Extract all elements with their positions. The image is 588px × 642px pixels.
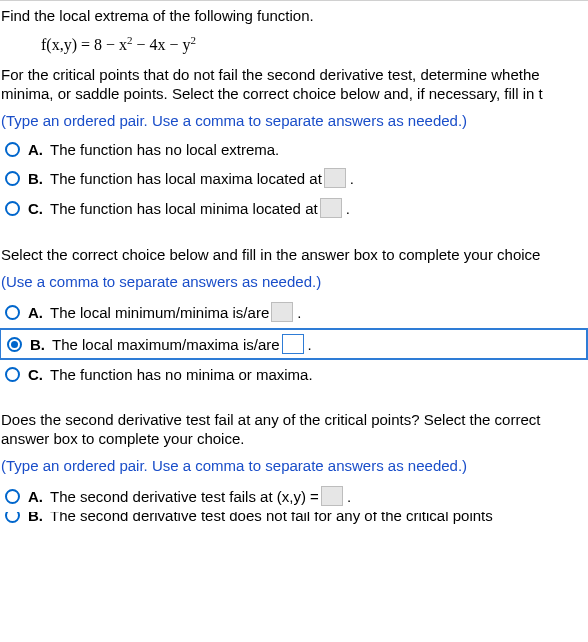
answer-input[interactable] — [324, 168, 346, 188]
radio-icon[interactable] — [5, 142, 20, 157]
question-prompt-3a: Does the second derivative test fail at … — [1, 411, 588, 428]
question-prompt-2: Select the correct choice below and fill… — [1, 246, 588, 263]
choice-q1-a[interactable]: A. The function has no local extrema. — [1, 137, 588, 162]
choice-q1-c[interactable]: C. The function has local minima located… — [1, 194, 588, 222]
choice-letter: A. — [28, 488, 50, 505]
choice-q3-a[interactable]: A. The second derivative test fails at (… — [1, 482, 588, 510]
answer-input[interactable] — [321, 486, 343, 506]
choice-text: The function has local minima located at — [50, 200, 318, 217]
choice-letter: C. — [28, 200, 50, 217]
instruction-line-1: For the critical points that do not fail… — [1, 66, 588, 83]
choice-text: The function has no local extrema. — [50, 141, 279, 158]
radio-icon-selected[interactable] — [7, 337, 22, 352]
radio-icon[interactable] — [5, 489, 20, 504]
choice-text: The function has no minima or maxima. — [50, 366, 313, 383]
choice-q1-b[interactable]: B. The function has local maxima located… — [1, 164, 588, 192]
hint-text-2: (Use a comma to separate answers as need… — [1, 273, 588, 290]
choice-letter: C. — [28, 366, 50, 383]
answer-input[interactable] — [320, 198, 342, 218]
radio-icon[interactable] — [5, 367, 20, 382]
answer-input-active[interactable] — [282, 334, 304, 354]
choice-letter: A. — [28, 304, 50, 321]
radio-icon[interactable] — [5, 305, 20, 320]
choice-text: The function has local maxima located at — [50, 170, 322, 187]
hint-text: (Type an ordered pair. Use a comma to se… — [1, 112, 588, 129]
choice-q2-a[interactable]: A. The local minimum/minima is/are . — [1, 298, 588, 326]
choice-text: The local maximum/maxima is/are — [52, 336, 280, 353]
choice-text: The local minimum/minima is/are — [50, 304, 269, 321]
radio-icon[interactable] — [5, 512, 20, 523]
choice-q3-b-cutoff[interactable]: B. The second derivative test does not f… — [1, 512, 588, 524]
question-prompt: Find the local extrema of the following … — [1, 7, 588, 24]
choice-letter: A. — [28, 141, 50, 158]
radio-icon[interactable] — [5, 201, 20, 216]
question-prompt-3b: answer box to complete your choice. — [1, 430, 588, 447]
choice-letter: B. — [28, 170, 50, 187]
radio-icon[interactable] — [5, 171, 20, 186]
choice-q2-c[interactable]: C. The function has no minima or maxima. — [1, 362, 588, 387]
hint-text-3: (Type an ordered pair. Use a comma to se… — [1, 457, 588, 474]
choice-letter: B. — [28, 512, 50, 524]
answer-input[interactable] — [271, 302, 293, 322]
instruction-line-2: minima, or saddle points. Select the cor… — [1, 85, 588, 102]
choice-q2-b[interactable]: B. The local maximum/maxima is/are . — [0, 328, 588, 360]
choice-letter: B. — [30, 336, 52, 353]
choice-text: The second derivative test fails at (x,y… — [50, 488, 319, 505]
formula: f(x,y) = 8 − x2 − 4x − y2 — [41, 34, 588, 54]
choice-text: The second derivative test does not fail… — [50, 512, 493, 524]
